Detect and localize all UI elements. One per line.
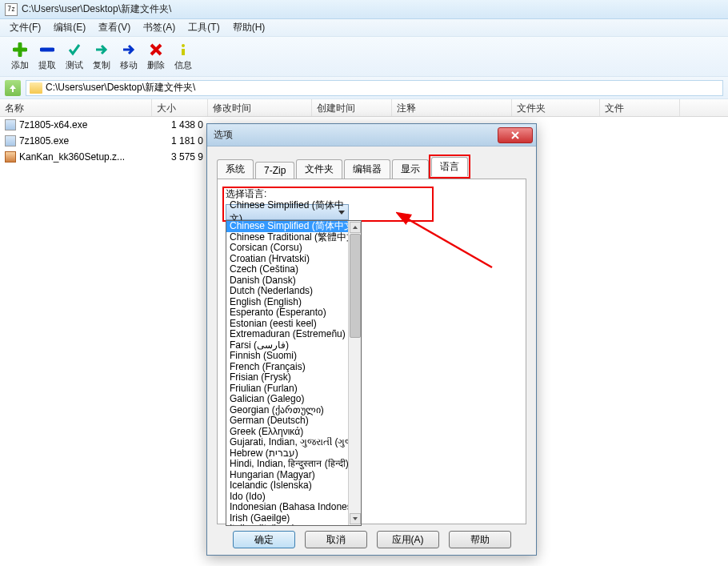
x-icon (148, 42, 164, 58)
language-option[interactable]: Ido (Ido) (226, 492, 361, 503)
dialog-title: 选项 (214, 128, 233, 142)
tab-language[interactable]: 语言 (431, 157, 468, 176)
plus-icon (12, 42, 28, 58)
file-icon (5, 151, 16, 163)
toolbar-add[interactable]: 添加 (8, 42, 32, 71)
tab-content: 选择语言: Chinese Simplified (简体中文) Chinese … (217, 179, 526, 524)
dialog-title-bar[interactable]: 选项 (207, 124, 536, 147)
tab-display[interactable]: 显示 (392, 159, 429, 179)
toolbar-test[interactable]: 测试 (62, 42, 86, 71)
toolbar-extract[interactable]: 提取 (35, 42, 59, 71)
col-ctime[interactable]: 创建时间 (312, 99, 392, 116)
menu-bookmarks[interactable]: 书签(A) (137, 19, 182, 36)
move-arrow-icon (121, 42, 137, 58)
col-name[interactable]: 名称 (0, 99, 152, 116)
check-icon (66, 42, 82, 58)
file-name: 7z1805.exe (19, 135, 69, 147)
file-icon (5, 135, 16, 147)
language-option[interactable]: Chinese Traditional (繁體中文) (226, 232, 361, 243)
language-option[interactable]: French (Français) (226, 362, 361, 373)
info-icon (175, 42, 191, 58)
ok-button[interactable]: 确定 (233, 531, 295, 548)
folder-icon (30, 82, 42, 94)
menu-file[interactable]: 文件(F) (3, 19, 47, 36)
language-option[interactable]: Icelandic (Íslenska) (226, 480, 361, 492)
scroll-up-button[interactable] (350, 222, 361, 233)
language-option[interactable]: Extremaduran (Estremeñu) (226, 329, 361, 340)
file-name: KanKan_kk360Setup.z... (19, 151, 125, 163)
scroll-down-button[interactable] (350, 513, 361, 524)
menu-edit[interactable]: 编辑(E) (47, 19, 92, 36)
up-folder-icon[interactable] (5, 80, 21, 96)
app-icon: 7z (5, 3, 18, 16)
dropdown-scrollbar[interactable] (348, 221, 361, 525)
file-size: 1 438 0 (152, 118, 208, 132)
tab-editor[interactable]: 编辑器 (344, 159, 390, 179)
help-button[interactable]: 帮助 (449, 531, 511, 548)
tab-7zip[interactable]: 7-Zip (255, 162, 294, 179)
file-size: 1 181 0 (152, 134, 208, 148)
col-size[interactable]: 大小 (152, 99, 208, 116)
col-comment[interactable]: 注释 (392, 99, 512, 116)
col-file[interactable]: 文件 (600, 99, 680, 116)
language-option[interactable]: Friulian (Furlan) (226, 383, 361, 395)
menu-help[interactable]: 帮助(H) (226, 19, 272, 36)
language-option[interactable]: Frisian (Frysk) (226, 372, 361, 383)
language-option[interactable]: Estonian (eesti keel) (226, 319, 361, 330)
language-option[interactable]: Hungarian (Magyar) (226, 470, 361, 481)
file-list-header: 名称 大小 修改时间 创建时间 注释 文件夹 文件 (0, 99, 728, 117)
toolbar-delete[interactable]: 删除 (144, 42, 168, 71)
scroll-thumb[interactable] (350, 234, 361, 338)
file-size: 3 575 9 (152, 150, 208, 164)
dialog-buttons: 确定 取消 应用(A) 帮助 (217, 524, 526, 555)
language-option[interactable]: Italian (Italiano) (226, 524, 361, 526)
apply-button[interactable]: 应用(A) (377, 531, 439, 548)
language-option[interactable]: English (English) (226, 297, 361, 308)
options-dialog: 选项 系统 7-Zip 文件夹 编辑器 显示 语言 选择语言: Chinese … (206, 123, 537, 556)
language-option[interactable]: Chinese Simplified (简体中文) (226, 221, 361, 232)
toolbar-move[interactable]: 移动 (117, 42, 141, 71)
col-folder[interactable]: 文件夹 (512, 99, 600, 116)
toolbar-info[interactable]: 信息 (171, 42, 195, 71)
language-combobox[interactable]: Chinese Simplified (简体中文) (226, 204, 349, 220)
highlight-box-tab: 语言 (429, 155, 470, 179)
menu-bar: 文件(F) 编辑(E) 查看(V) 书签(A) 工具(T) 帮助(H) (0, 19, 728, 37)
tab-system[interactable]: 系统 (217, 159, 254, 179)
language-option[interactable]: Georgian (ქართული) (226, 405, 361, 416)
language-option[interactable]: Croatian (Hrvatski) (226, 254, 361, 265)
address-bar: C:\Users\user\Desktop\新建文件夹\ (0, 77, 728, 99)
language-option[interactable]: Irish (Gaeilge) (226, 513, 361, 524)
file-name: 7z1805-x64.exe (19, 119, 87, 130)
tab-folder[interactable]: 文件夹 (296, 159, 342, 179)
menu-view[interactable]: 查看(V) (92, 19, 137, 36)
language-option[interactable]: Greek (Ελληνικά) (226, 427, 361, 438)
svg-point-0 (182, 44, 185, 47)
address-input[interactable]: C:\Users\user\Desktop\新建文件夹\ (26, 80, 723, 96)
cancel-button[interactable]: 取消 (305, 531, 367, 548)
col-mtime[interactable]: 修改时间 (208, 99, 312, 116)
language-option[interactable]: Danish (Dansk) (226, 275, 361, 287)
language-option[interactable]: Gujarati, Indian, ગુજરાતી (ગુજરાતી) (226, 437, 361, 448)
close-button[interactable] (498, 127, 533, 143)
language-option[interactable]: Hindi, Indian, हिन्दुस्तान (हिन्दी) (226, 459, 361, 470)
language-option[interactable]: Indonesian (Bahasa Indonesia) (226, 502, 361, 513)
toolbar: 添加 提取 测试 复制 移动 删除 信息 (0, 37, 728, 77)
file-icon (5, 119, 16, 130)
language-option[interactable]: Galician (Galego) (226, 394, 361, 405)
language-option[interactable]: Hebrew (עברית) (226, 448, 361, 460)
window-title: C:\Users\user\Desktop\新建文件夹\ (22, 2, 171, 16)
language-option[interactable]: Corsican (Corsu) (226, 243, 361, 254)
menu-tools[interactable]: 工具(T) (182, 19, 226, 36)
chevron-down-icon (338, 211, 345, 215)
minus-icon (39, 42, 55, 58)
language-option[interactable]: Dutch (Nederlands) (226, 286, 361, 297)
tab-row: 系统 7-Zip 文件夹 编辑器 显示 语言 (217, 155, 526, 179)
language-dropdown: Chinese Simplified (简体中文)Chinese Traditi… (226, 220, 362, 526)
close-icon (511, 131, 519, 139)
language-option[interactable]: Finnish (Suomi) (226, 351, 361, 362)
language-option[interactable]: Esperanto (Esperanto) (226, 307, 361, 319)
language-option[interactable]: Farsi (فارسی) (226, 340, 361, 351)
language-option[interactable]: Czech (Čeština) (226, 264, 361, 275)
toolbar-copy[interactable]: 复制 (90, 42, 114, 71)
language-option[interactable]: German (Deutsch) (226, 415, 361, 427)
